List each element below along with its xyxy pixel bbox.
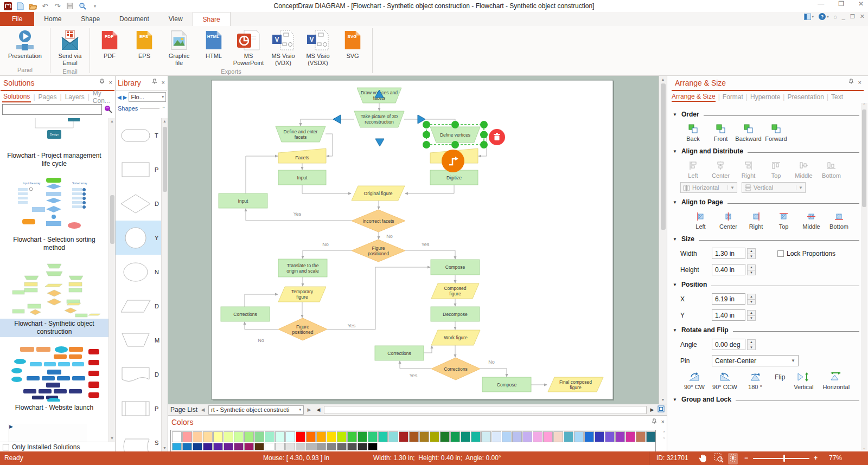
ribbon-button-presentation[interactable]: Presentation xyxy=(2,27,48,65)
flowchart-node[interactable]: Composedfigure xyxy=(431,283,479,299)
zoom-tool-icon[interactable] xyxy=(78,2,87,10)
button-top[interactable]: Top xyxy=(763,160,789,179)
only-installed-checkbox[interactable] xyxy=(3,444,9,450)
flowchart-node[interactable]: Input xyxy=(219,193,267,208)
pin-icon[interactable] xyxy=(652,418,657,425)
connector-tool-button[interactable] xyxy=(442,150,464,172)
flowchart-node[interactable]: Decompose xyxy=(431,307,480,321)
color-swatch[interactable] xyxy=(595,431,604,442)
color-swatch[interactable] xyxy=(234,443,244,450)
color-swatch[interactable] xyxy=(316,431,326,442)
color-swatch[interactable] xyxy=(492,431,501,442)
solutions-tab-solutions[interactable]: Solutions xyxy=(2,92,31,102)
pin-icon[interactable] xyxy=(99,79,105,86)
color-swatch[interactable] xyxy=(213,443,223,450)
angle-spinner[interactable]: ▲▼ xyxy=(747,339,756,350)
ribbon-tab-file[interactable]: File xyxy=(0,12,34,26)
library-shape-terminator[interactable]: T xyxy=(116,118,162,152)
position-x-spinner[interactable]: ▲▼ xyxy=(747,294,756,305)
doc-close-icon[interactable]: ✕ xyxy=(860,13,865,20)
flowchart-node[interactable]: Define vertices xyxy=(430,127,480,143)
color-swatch[interactable] xyxy=(275,431,285,442)
button-backward[interactable]: Backward xyxy=(736,124,761,142)
solution-item[interactable]: Flowchart - Website launch xyxy=(0,345,108,413)
close-icon[interactable]: × xyxy=(109,79,112,86)
lock-proportions-checkbox[interactable] xyxy=(777,250,784,257)
section-group-and-lock[interactable]: ▼Group and Lock xyxy=(673,396,859,403)
color-swatch[interactable] xyxy=(306,443,316,450)
flowchart-node[interactable]: Final composedfigure xyxy=(548,377,603,392)
height-input[interactable]: 0.40 in xyxy=(712,264,745,275)
section-align-to-page[interactable]: ▼Align to Page xyxy=(673,198,859,206)
library-shape-parallelogram[interactable]: D xyxy=(116,289,162,323)
color-swatch[interactable] xyxy=(224,431,233,442)
library-dropdown[interactable]: Flo...▾ xyxy=(129,92,166,102)
resize-handle[interactable] xyxy=(480,141,488,148)
solutions-search-icon[interactable] xyxy=(103,104,113,115)
solutions-tab-my-con-[interactable]: My Con... xyxy=(92,88,113,106)
button-90-cw[interactable]: 90° CW xyxy=(680,372,709,390)
section-position[interactable]: ▼Position xyxy=(673,281,859,288)
color-swatch[interactable] xyxy=(388,431,398,442)
ribbon-button-pdf[interactable]: PDFPDF xyxy=(92,27,127,67)
color-swatch[interactable] xyxy=(409,431,419,442)
color-swatch[interactable] xyxy=(574,431,584,442)
color-swatch[interactable] xyxy=(440,431,450,442)
color-swatch[interactable] xyxy=(337,431,347,442)
width-spinner[interactable]: ▲▼ xyxy=(747,248,756,259)
ribbon-tab-home[interactable]: Home xyxy=(34,12,71,26)
color-swatch[interactable] xyxy=(471,431,481,442)
ribbon-tab-document[interactable]: Document xyxy=(110,12,159,26)
zoom-slider-track[interactable] xyxy=(753,458,809,459)
color-swatch[interactable] xyxy=(358,443,367,450)
color-swatch[interactable] xyxy=(543,431,553,442)
position-y-input[interactable]: 1.40 in xyxy=(712,309,745,321)
color-swatch[interactable] xyxy=(254,431,264,442)
color-swatch[interactable] xyxy=(605,431,615,442)
resize-handle[interactable] xyxy=(423,121,430,128)
color-swatch[interactable] xyxy=(275,443,285,450)
library-scrollbar[interactable]: ▲ ▼ xyxy=(161,118,168,451)
color-swatch[interactable] xyxy=(512,431,522,442)
button-left[interactable]: Left xyxy=(680,160,706,179)
color-swatch[interactable] xyxy=(358,431,367,442)
color-swatch[interactable] xyxy=(265,443,275,450)
button-vertical[interactable]: Vertical xyxy=(788,372,819,390)
color-swatch[interactable] xyxy=(626,431,635,442)
flowchart-node[interactable]: Take picture of 3Dreconstruction xyxy=(354,111,404,127)
section-align-and-distribute[interactable]: ▼Align and Distribute xyxy=(673,147,859,155)
ribbon-button-ms-powerpoint[interactable]: MSPowerPoint xyxy=(231,27,266,67)
color-swatch[interactable] xyxy=(193,431,202,442)
arrange-tab-arrange-size[interactable]: Arrange & Size xyxy=(672,93,716,102)
library-shape-trapezoid[interactable]: M xyxy=(116,323,162,357)
button-middle[interactable]: Middle xyxy=(799,211,824,230)
panels-icon[interactable]: ▾ xyxy=(804,14,814,20)
color-swatch[interactable] xyxy=(502,431,512,442)
color-swatch[interactable] xyxy=(337,443,347,450)
button-center[interactable]: Center xyxy=(708,160,733,179)
close-icon[interactable]: × xyxy=(858,79,861,86)
ribbon-button-ms-visio-vsdx-[interactable]: VMS Visio(VSDX) xyxy=(301,27,335,67)
library-shape-stored[interactable]: S xyxy=(116,425,162,451)
solutions-search-input[interactable] xyxy=(2,104,102,115)
color-swatch[interactable] xyxy=(378,431,388,442)
library-shape-decision[interactable]: D xyxy=(116,186,162,221)
zoom-slider-thumb[interactable] xyxy=(783,455,785,462)
library-shape-circle[interactable]: Y xyxy=(116,221,162,255)
color-swatch[interactable] xyxy=(368,443,378,450)
solution-item[interactable]: Flowchart - Synthetic object constructio… xyxy=(0,261,108,337)
zoom-in-button[interactable]: + xyxy=(814,454,818,462)
ribbon-button-ms-visio-vdx-[interactable]: VMS Visio(VDX) xyxy=(266,27,301,67)
colors-scroll-icons[interactable]: ⌃⌄ xyxy=(662,431,666,440)
ribbon-button-svg[interactable]: SVGSVG xyxy=(335,27,370,67)
flowchart-node[interactable]: Original figure xyxy=(352,186,405,201)
flowchart-node[interactable]: Translate to theorigin and scale xyxy=(278,259,327,277)
angle-input[interactable]: 0.00 deg xyxy=(712,339,745,350)
collapse-ribbon-icon[interactable]: ⌂ xyxy=(834,14,837,20)
ribbon-tab-share[interactable]: Share xyxy=(193,12,231,26)
button-bottom[interactable]: Bottom xyxy=(819,160,844,179)
color-swatch[interactable] xyxy=(327,443,336,450)
prev-page-icon[interactable]: ◀ xyxy=(199,407,207,412)
section-size[interactable]: ▼Size xyxy=(673,235,859,243)
color-swatch[interactable] xyxy=(636,431,646,442)
